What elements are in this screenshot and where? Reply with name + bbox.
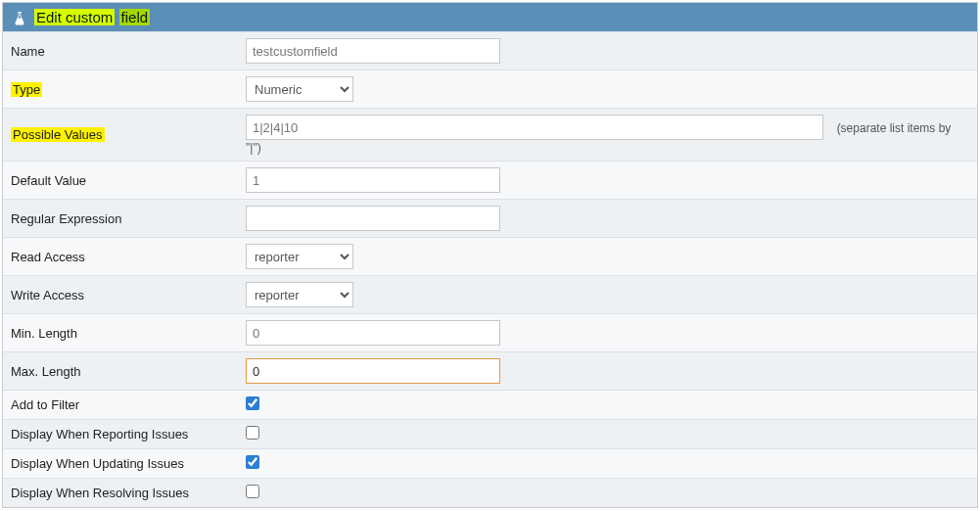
row-disp-resolve: Display When Resolving Issues xyxy=(3,479,977,508)
panel-title-part1: Edit custom xyxy=(34,9,115,25)
label-name: Name xyxy=(11,44,45,59)
regex-field[interactable] xyxy=(246,206,500,231)
form-table: Name Type Numeric Possible Values (separ… xyxy=(3,31,977,507)
name-field[interactable] xyxy=(246,38,500,64)
row-regex: Regular Expression xyxy=(3,200,977,238)
row-add-filter: Add to Filter xyxy=(3,391,977,420)
row-min-length: Min. Length xyxy=(3,314,977,352)
panel-header: Edit custom field xyxy=(3,3,977,31)
min-length-field[interactable] xyxy=(246,320,500,346)
default-value-field[interactable] xyxy=(246,167,500,193)
label-possible-values: Possible Values xyxy=(11,127,105,142)
label-type: Type xyxy=(11,82,42,97)
label-regex: Regular Expression xyxy=(11,211,121,226)
add-filter-checkbox[interactable] xyxy=(246,396,259,410)
row-type: Type Numeric xyxy=(3,70,977,109)
type-select[interactable]: Numeric xyxy=(246,76,353,102)
write-access-select[interactable]: reporter xyxy=(246,282,353,307)
max-length-field[interactable] xyxy=(246,358,500,384)
row-possible-values: Possible Values (separate list items by … xyxy=(3,109,977,162)
flask-icon xyxy=(13,9,26,25)
label-min-length: Min. Length xyxy=(11,326,77,341)
possible-values-field[interactable] xyxy=(246,115,823,140)
panel-title: Edit custom field xyxy=(34,9,150,25)
disp-update-checkbox[interactable] xyxy=(246,455,259,469)
read-access-select[interactable]: reporter xyxy=(246,244,353,269)
label-disp-resolve: Display When Resolving Issues xyxy=(11,486,189,500)
panel-title-part2: field xyxy=(119,9,151,25)
row-read-access: Read Access reporter xyxy=(3,238,977,276)
disp-resolve-checkbox[interactable] xyxy=(246,485,259,498)
row-disp-report: Display When Reporting Issues xyxy=(3,420,977,449)
label-disp-update: Display When Updating Issues xyxy=(11,456,184,471)
row-name: Name xyxy=(3,32,977,70)
label-default-value: Default Value xyxy=(11,173,86,188)
edit-custom-field-panel: Edit custom field Name Type Numeric Poss… xyxy=(2,2,978,508)
label-max-length: Max. Length xyxy=(11,364,81,379)
row-default-value: Default Value xyxy=(3,162,977,200)
row-write-access: Write Access reporter xyxy=(3,276,977,314)
label-write-access: Write Access xyxy=(11,288,84,302)
row-disp-update: Display When Updating Issues xyxy=(3,449,977,479)
label-add-filter: Add to Filter xyxy=(11,397,79,412)
disp-report-checkbox[interactable] xyxy=(246,426,259,440)
row-max-length: Max. Length xyxy=(3,352,977,391)
label-disp-report: Display When Reporting Issues xyxy=(11,427,188,441)
label-read-access: Read Access xyxy=(11,250,85,264)
